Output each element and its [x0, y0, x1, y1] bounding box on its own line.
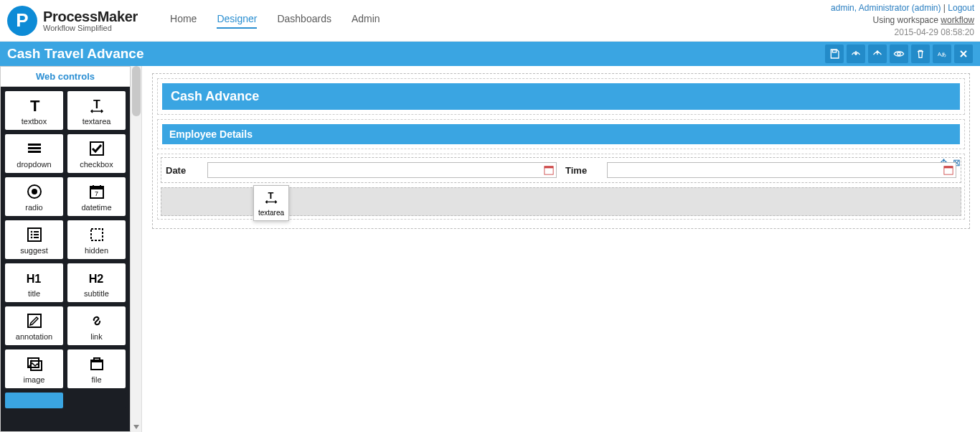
- svg-rect-19: [34, 234, 39, 235]
- control-textarea[interactable]: Ttextarea: [67, 91, 126, 130]
- scroll-thumb[interactable]: [132, 66, 141, 116]
- brand-name: ProcessMaker: [43, 9, 138, 25]
- control-checkbox[interactable]: checkbox: [67, 134, 126, 173]
- user-link[interactable]: admin, Administrator (admin): [831, 3, 941, 13]
- control-subtitle[interactable]: H2subtitle: [67, 263, 126, 302]
- scroll-arrow-down-icon[interactable]: [133, 425, 139, 429]
- sidebar: Web controls Ttextbox Ttextarea dropdown…: [0, 66, 131, 432]
- control-dropdown[interactable]: dropdown: [5, 134, 63, 173]
- swatch-blue[interactable]: [5, 393, 63, 408]
- svg-rect-6: [28, 147, 41, 149]
- textarea-icon: T: [263, 189, 279, 209]
- date-label: Date: [166, 165, 202, 176]
- control-suggest[interactable]: suggest: [5, 220, 63, 259]
- control-image[interactable]: image: [5, 349, 63, 388]
- svg-rect-5: [28, 144, 41, 146]
- save-button[interactable]: [825, 44, 844, 63]
- logout-link[interactable]: Logout: [948, 3, 974, 13]
- workspace-name[interactable]: workflow: [941, 15, 974, 25]
- svg-rect-32: [545, 166, 553, 169]
- svg-point-1: [897, 52, 900, 55]
- logo-icon: P: [7, 6, 37, 36]
- svg-rect-0: [832, 50, 836, 52]
- timestamp: 2015-04-29 08:58:20: [831, 27, 974, 39]
- svg-text:T: T: [30, 97, 40, 114]
- user-info: admin, Administrator (admin) | Logout Us…: [831, 2, 974, 38]
- svg-rect-18: [34, 231, 39, 233]
- control-file[interactable]: file: [67, 349, 126, 388]
- main-area: Web controls Ttextbox Ttextarea dropdown…: [0, 66, 980, 432]
- toolbar: Aあ: [825, 44, 973, 63]
- form-wrapper: Cash Advance Employee Details ✥ ⊠ Date: [152, 73, 970, 229]
- svg-text:Aあ: Aあ: [938, 51, 946, 57]
- close-button[interactable]: [954, 44, 973, 63]
- date-input[interactable]: [207, 162, 557, 178]
- svg-rect-30: [94, 358, 100, 360]
- main-nav: Home Designer Dashboards Admin: [170, 13, 380, 29]
- svg-point-17: [30, 237, 32, 239]
- titlebar: Cash Travel Advance Aあ: [0, 42, 980, 66]
- topbar: P ProcessMaker Workflow Simplified Home …: [0, 0, 980, 42]
- time-input[interactable]: [607, 162, 956, 178]
- subtitle-row[interactable]: Employee Details: [157, 119, 965, 149]
- control-textbox[interactable]: Ttextbox: [5, 91, 63, 130]
- import-button[interactable]: [847, 44, 865, 63]
- time-label: Time: [565, 165, 601, 176]
- svg-rect-7: [28, 151, 41, 153]
- control-link[interactable]: link: [67, 306, 126, 345]
- svg-point-16: [30, 234, 32, 236]
- svg-point-10: [32, 189, 37, 194]
- delete-button[interactable]: [911, 44, 930, 63]
- nav-admin[interactable]: Admin: [352, 13, 380, 29]
- form-canvas[interactable]: Cash Advance Employee Details ✥ ⊠ Date: [142, 66, 980, 432]
- nav-home[interactable]: Home: [170, 13, 197, 29]
- page-title: Cash Travel Advance: [7, 46, 143, 62]
- control-title[interactable]: H1title: [5, 263, 63, 302]
- date-field-col: Date: [166, 162, 557, 178]
- calendar-icon[interactable]: [544, 165, 554, 175]
- export-button[interactable]: [868, 44, 887, 63]
- swatch-black[interactable]: [67, 393, 126, 408]
- fields-row-wrapper[interactable]: ✥ ⊠ Date Time: [157, 154, 965, 220]
- sidebar-tab-web-controls[interactable]: Web controls: [1, 67, 130, 87]
- brand: P ProcessMaker Workflow Simplified: [7, 6, 138, 36]
- time-field-col: Time: [565, 162, 956, 178]
- control-annotation[interactable]: annotation: [5, 306, 63, 345]
- svg-rect-21: [91, 229, 103, 240]
- title-row[interactable]: Cash Advance: [157, 78, 965, 115]
- svg-text:H2: H2: [88, 272, 103, 285]
- nav-dashboards[interactable]: Dashboards: [277, 13, 331, 29]
- svg-text:T: T: [93, 98, 100, 111]
- control-hidden[interactable]: hidden: [67, 220, 126, 259]
- svg-text:H1: H1: [26, 272, 41, 285]
- drag-ghost-textarea[interactable]: T textarea: [253, 185, 289, 221]
- svg-text:T: T: [268, 190, 273, 201]
- calendar-icon[interactable]: [943, 165, 953, 175]
- preview-button[interactable]: [890, 44, 908, 63]
- svg-text:7: 7: [95, 190, 98, 197]
- drag-ghost-label: textarea: [258, 209, 284, 217]
- nav-designer[interactable]: Designer: [217, 13, 257, 29]
- form-subtitle-bar[interactable]: Employee Details: [162, 124, 960, 144]
- form-title-bar[interactable]: Cash Advance: [162, 83, 960, 110]
- control-datetime[interactable]: 7datetime: [67, 177, 126, 216]
- sidebar-scrollbar[interactable]: [131, 66, 142, 432]
- controls-palette: Ttextbox Ttextarea dropdown checkbox rad…: [1, 87, 130, 431]
- svg-rect-34: [944, 166, 953, 169]
- svg-rect-12: [90, 187, 103, 189]
- drop-target-row[interactable]: T textarea: [161, 187, 961, 216]
- svg-point-15: [30, 231, 32, 233]
- control-radio[interactable]: radio: [5, 177, 63, 216]
- svg-rect-20: [34, 237, 39, 238]
- language-button[interactable]: Aあ: [933, 44, 951, 63]
